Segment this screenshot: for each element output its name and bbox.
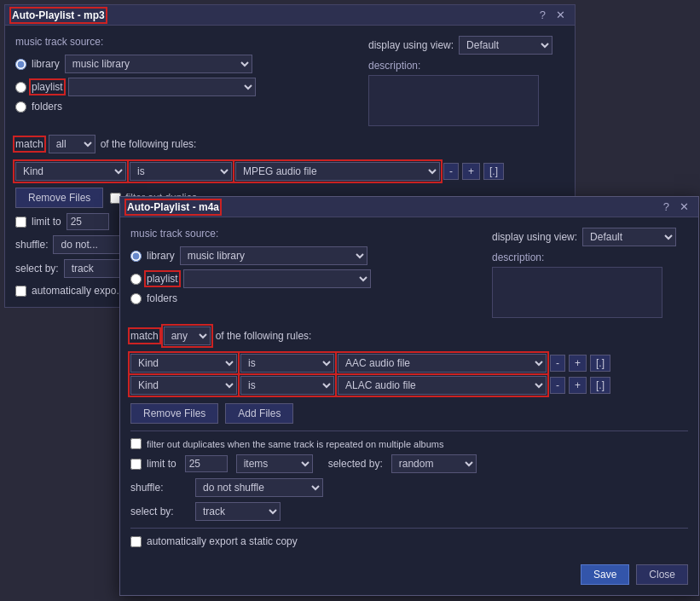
playlist-radio-mp3[interactable] (15, 82, 26, 93)
rule1-plus-btn-mp3[interactable]: + (462, 163, 480, 180)
limit-label-mp3: limit to (32, 216, 61, 228)
library-radio-mp3[interactable] (15, 59, 26, 70)
library-label-mp3: library (32, 58, 60, 70)
folders-label-mp3: folders (32, 101, 62, 113)
rule-row-1-mp3: Kind is MPEG audio file - + [.] (15, 162, 564, 181)
radio-group-mp3: library music library playlist (15, 55, 351, 113)
window-title-mp3: Auto-Playlist - mp3 (12, 9, 105, 21)
autoexport-check-m4a[interactable] (130, 536, 142, 547)
match-select-mp3[interactable]: all (49, 135, 95, 153)
help-button-mp3[interactable]: ? (537, 9, 548, 21)
main-layout-mp3: music track source: library music librar… (15, 36, 564, 126)
rule1-minus-btn-m4a[interactable]: - (550, 355, 565, 372)
display-view-row-mp3: display using view: Default (368, 36, 564, 55)
rule2-bracket-btn-m4a[interactable]: [.] (590, 377, 610, 394)
selectby-row-m4a: select by: track (130, 502, 688, 521)
library-radio-item-mp3: library music library (15, 55, 351, 73)
playlist-radio-item-m4a: playlist (130, 269, 475, 288)
of-following-label-mp3: of the following rules: (101, 138, 197, 150)
items-select-m4a[interactable]: items (236, 454, 313, 473)
separator-m4a (130, 431, 688, 431)
rule2-kind-select-m4a[interactable]: Kind (130, 376, 237, 395)
playlist-radio-item-mp3: playlist (15, 78, 351, 96)
titlebar-controls-mp3: ? ✕ (537, 9, 568, 21)
rule1-plus-btn-m4a[interactable]: + (569, 355, 587, 372)
help-button-m4a[interactable]: ? (661, 200, 672, 213)
rule1-kind-select-mp3[interactable]: Kind (15, 162, 126, 181)
rule1-kind-select-m4a[interactable]: Kind (130, 354, 237, 373)
selected-by-label-m4a: selected by: (328, 458, 383, 470)
remove-files-btn-m4a[interactable]: Remove Files (130, 403, 218, 424)
rule1-value-select-mp3[interactable]: MPEG audio file (235, 162, 440, 181)
autoexport-row-m4a: automatically export a static copy (130, 535, 688, 547)
library-select-m4a[interactable]: music library (180, 246, 367, 265)
description-label-m4a: description: (492, 251, 688, 263)
selectby-label-mp3: select by: (15, 263, 59, 274)
shuffle-label-m4a: shuffle: (130, 482, 190, 494)
folders-radio-item-m4a: folders (130, 292, 475, 304)
radio-group-m4a: library music library playlist (130, 246, 475, 304)
display-view-select-mp3[interactable]: Default (459, 36, 552, 55)
right-col-mp3: display using view: Default description: (368, 36, 564, 126)
playlist-label-mp3: playlist (32, 81, 63, 93)
music-track-source-label-m4a: music track source: (130, 228, 475, 240)
close-button-m4a[interactable]: ✕ (677, 200, 691, 213)
rule2-value-select-m4a[interactable]: ALAC audio file (338, 376, 547, 395)
rule1-bracket-btn-m4a[interactable]: [.] (590, 355, 610, 372)
selectby-label-m4a: select by: (130, 506, 190, 517)
save-btn-m4a[interactable]: Save (581, 564, 629, 585)
rule1-bracket-btn-mp3[interactable]: [.] (483, 163, 504, 180)
limit-label-m4a: limit to (147, 458, 176, 470)
limit-check-mp3[interactable] (15, 217, 26, 228)
close-btn-m4a[interactable]: Close (636, 564, 688, 585)
playlist-select-mp3[interactable] (68, 78, 256, 96)
rule-row-1-m4a: Kind is AAC audio file - + [.] (130, 354, 688, 373)
music-track-source-label-mp3: music track source: (15, 36, 351, 48)
filter-duplicates-row-m4a: filter out duplicates when the same trac… (130, 438, 688, 449)
titlebar-mp3: Auto-Playlist - mp3 ? ✕ (5, 5, 575, 26)
selectby-select-m4a[interactable]: track (195, 502, 281, 521)
filter-duplicates-label-m4a: filter out duplicates when the same trac… (147, 439, 444, 449)
folders-radio-m4a[interactable] (130, 293, 142, 304)
selected-by-select-m4a[interactable]: random (391, 454, 477, 473)
titlebar-m4a: Auto-Playlist - m4a ? ✕ (120, 197, 698, 217)
folders-label-m4a: folders (147, 292, 177, 304)
limit-input-mp3[interactable] (67, 213, 109, 230)
description-box-m4a (492, 267, 662, 318)
separator2-m4a (130, 528, 688, 529)
description-box-mp3 (368, 75, 539, 126)
description-label-mp3: description: (368, 60, 564, 72)
limit-input-m4a[interactable] (185, 455, 228, 472)
rule1-is-select-mp3[interactable]: is (130, 162, 232, 181)
rule1-minus-btn-mp3[interactable]: - (443, 163, 459, 180)
rule2-plus-btn-m4a[interactable]: + (569, 377, 587, 394)
filter-duplicates-check-m4a[interactable] (130, 438, 142, 449)
display-view-row-m4a: display using view: Default (492, 228, 688, 246)
match-row-mp3: match all of the following rules: (15, 135, 564, 153)
match-select-m4a[interactable]: any (164, 327, 211, 345)
library-radio-m4a[interactable] (130, 251, 142, 262)
add-files-btn-m4a[interactable]: Add Files (225, 403, 293, 424)
playlist-radio-m4a[interactable] (130, 274, 142, 285)
library-select-mp3[interactable]: music library (65, 55, 252, 73)
rule1-is-select-m4a[interactable]: is (240, 354, 334, 373)
limit-check-m4a[interactable] (130, 459, 142, 470)
playlist-select-m4a[interactable] (183, 269, 371, 288)
rule2-minus-btn-m4a[interactable]: - (550, 377, 565, 394)
shuffle-label-mp3: shuffle: (15, 239, 48, 251)
bottom-buttons-m4a: Save Close (130, 558, 688, 585)
rule2-is-select-m4a[interactable]: is (240, 376, 334, 395)
display-view-select-m4a[interactable]: Default (582, 228, 676, 246)
match-row-m4a: match any of the following rules: (130, 327, 688, 345)
rule1-value-select-m4a[interactable]: AAC audio file (338, 354, 547, 373)
window-title-m4a: Auto-Playlist - m4a (127, 201, 219, 213)
close-button-mp3[interactable]: ✕ (553, 9, 568, 21)
match-label-m4a: match (130, 330, 159, 342)
folders-radio-item-mp3: folders (15, 101, 351, 113)
library-label-m4a: library (147, 250, 175, 262)
rule-row-2-m4a: Kind is ALAC audio file - + [.] (130, 376, 688, 395)
folders-radio-mp3[interactable] (15, 101, 26, 113)
shuffle-select-m4a[interactable]: do not shuffle (195, 478, 323, 497)
remove-files-btn-mp3[interactable]: Remove Files (15, 188, 103, 208)
autoexport-check-mp3[interactable] (15, 286, 26, 297)
